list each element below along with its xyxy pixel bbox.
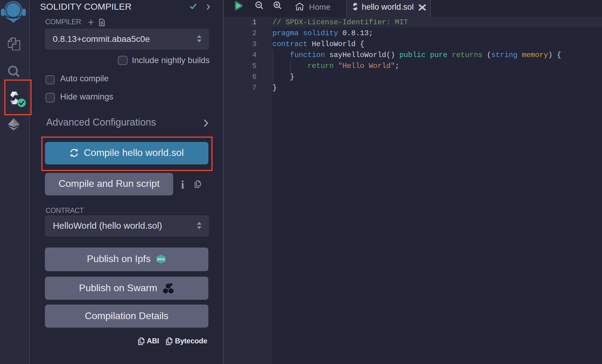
- svg-text:IPFS: IPFS: [157, 258, 165, 261]
